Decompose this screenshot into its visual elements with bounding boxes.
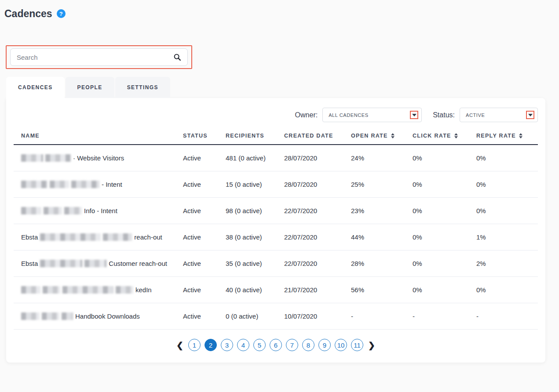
- redacted-name-segment: [45, 154, 71, 162]
- column-header-open-rate[interactable]: OPEN RATE: [351, 133, 413, 139]
- cell-open-rate: 23%: [351, 207, 413, 214]
- column-header-name: NAME: [14, 133, 183, 139]
- page-button-9[interactable]: 9: [318, 339, 331, 351]
- cell-recipients: 0 (0 active): [226, 312, 284, 320]
- cell-status: Active: [183, 233, 226, 241]
- column-header-created-date: CREATED DATE: [284, 133, 351, 139]
- cell-reply-rate: 1%: [476, 233, 538, 241]
- column-label: NAME: [21, 133, 40, 139]
- cell-created-date: 10/07/2020: [284, 312, 351, 320]
- page-button-10[interactable]: 10: [335, 339, 347, 351]
- cadence-name[interactable]: Ebstareach-out: [14, 233, 183, 241]
- status-select-arrow-icon[interactable]: [526, 111, 534, 119]
- table-row: · Website VisitorsActive481 (0 active)28…: [14, 145, 538, 171]
- name-text: · Website Visitors: [73, 154, 124, 162]
- cell-reply-rate: 0%: [476, 154, 538, 162]
- sort-icon[interactable]: [454, 133, 458, 138]
- column-label: REPLY RATE: [476, 133, 516, 139]
- name-text: - Intent: [102, 181, 122, 188]
- owner-select-arrow-icon[interactable]: [410, 111, 418, 119]
- owner-label: Owner:: [295, 111, 318, 119]
- cell-status: Active: [183, 181, 226, 188]
- cadences-table: NAMESTATUSRECIPIENTSCREATED DATEOPEN RAT…: [14, 130, 538, 330]
- page-button-1[interactable]: 1: [188, 339, 201, 351]
- page-title: Cadences: [4, 8, 52, 20]
- sort-icon[interactable]: [391, 133, 395, 138]
- column-label: RECIPIENTS: [226, 133, 264, 139]
- tab-cadences[interactable]: CADENCES: [6, 77, 65, 98]
- page-button-5[interactable]: 5: [253, 339, 266, 351]
- cell-open-rate: 28%: [351, 260, 413, 267]
- table-row: Info - IntentActive98 (0 active)22/07/20…: [14, 198, 538, 224]
- cell-reply-rate: -: [476, 312, 538, 320]
- page-button-2[interactable]: 2: [205, 339, 217, 351]
- cell-recipients: 40 (0 active): [226, 286, 284, 294]
- cadence-name[interactable]: EbstaCustomer reach-out: [14, 260, 183, 267]
- cell-status: Active: [183, 312, 226, 320]
- prev-page-icon[interactable]: ❮: [175, 340, 184, 350]
- status-label: Status:: [433, 111, 455, 119]
- redacted-name-segment: [103, 233, 132, 241]
- redacted-name-segment: [40, 233, 101, 241]
- cell-open-rate: 56%: [351, 286, 413, 294]
- cell-created-date: 22/07/2020: [284, 260, 351, 267]
- owner-select[interactable]: ALL CADENCES: [322, 108, 422, 122]
- cell-created-date: 22/07/2020: [284, 207, 351, 214]
- cell-reply-rate: 0%: [476, 181, 538, 188]
- redacted-name-segment: [64, 207, 82, 214]
- search-box[interactable]: [10, 48, 188, 66]
- name-text: Customer reach-out: [109, 260, 167, 267]
- cell-open-rate: 44%: [351, 233, 413, 241]
- redacted-name-segment: [116, 286, 133, 294]
- name-text: Info - Intent: [84, 207, 117, 214]
- page-button-11[interactable]: 11: [351, 339, 363, 351]
- redacted-name-segment: [71, 181, 99, 188]
- cell-click-rate: 0%: [413, 154, 476, 162]
- cell-open-rate: 24%: [351, 154, 413, 162]
- page-button-7[interactable]: 7: [286, 339, 298, 351]
- column-label: CREATED DATE: [284, 133, 333, 139]
- page-button-6[interactable]: 6: [270, 339, 282, 351]
- cell-reply-rate: 0%: [476, 207, 538, 214]
- cadence-name[interactable]: Info - Intent: [14, 207, 183, 214]
- redacted-name-segment: [21, 286, 40, 294]
- status-select[interactable]: ACTIVE: [460, 108, 538, 122]
- cell-created-date: 21/07/2020: [284, 286, 351, 294]
- cadence-name[interactable]: - Intent: [14, 181, 183, 188]
- cadence-name[interactable]: kedIn: [14, 286, 183, 294]
- redacted-name-segment: [42, 312, 59, 320]
- cadence-name[interactable]: Handbook Downloads: [14, 312, 183, 320]
- tab-people[interactable]: PEOPLE: [66, 77, 114, 98]
- cell-reply-rate: 2%: [476, 260, 538, 267]
- page-button-4[interactable]: 4: [237, 339, 249, 351]
- cell-open-rate: -: [351, 312, 413, 320]
- name-text: Handbook Downloads: [75, 312, 140, 320]
- search-icon[interactable]: [173, 53, 181, 61]
- column-header-reply-rate[interactable]: REPLY RATE: [476, 133, 538, 139]
- page-button-8[interactable]: 8: [302, 339, 314, 351]
- column-label: STATUS: [183, 133, 208, 139]
- cell-created-date: 22/07/2020: [284, 233, 351, 241]
- redacted-name-segment: [21, 312, 40, 320]
- search-input[interactable]: [17, 54, 173, 61]
- cell-click-rate: 0%: [413, 286, 476, 294]
- tab-settings[interactable]: SETTINGS: [115, 77, 170, 98]
- cell-status: Active: [183, 154, 226, 162]
- cell-created-date: 28/07/2020: [284, 154, 351, 162]
- redacted-name-segment: [50, 181, 69, 188]
- name-text: Ebsta: [21, 233, 38, 241]
- column-label: CLICK RATE: [413, 133, 451, 139]
- cadence-name[interactable]: · Website Visitors: [14, 154, 183, 162]
- redacted-name-segment: [21, 181, 47, 188]
- name-text: Ebsta: [21, 260, 38, 267]
- page-button-3[interactable]: 3: [221, 339, 233, 351]
- help-icon[interactable]: ?: [57, 9, 66, 18]
- sort-icon[interactable]: [519, 133, 522, 138]
- column-header-click-rate[interactable]: CLICK RATE: [413, 133, 476, 139]
- table-row: kedInActive40 (0 active)21/07/202056%0%0…: [14, 277, 538, 303]
- cell-recipients: 98 (0 active): [226, 207, 284, 214]
- redacted-name-segment: [43, 286, 60, 294]
- status-select-value: ACTIVE: [466, 113, 485, 118]
- next-page-icon[interactable]: ❯: [367, 340, 376, 350]
- owner-select-value: ALL CADENCES: [329, 113, 369, 118]
